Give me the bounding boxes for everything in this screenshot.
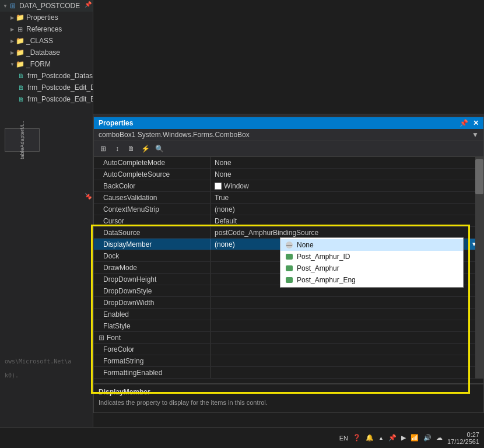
prop-row-enabled[interactable]: Enabled [94, 309, 483, 320]
tree-label: _CLASS [26, 37, 53, 45]
taskbar-signal-icon[interactable]: 📶 [411, 434, 419, 442]
prop-row-causesvalidation[interactable]: CausesValidation True [94, 192, 483, 204]
prop-value: Default [211, 217, 483, 225]
dropdown-item-label: Post_Amphur_ID [297, 253, 350, 261]
tree-item-database[interactable]: ▶ 📁 _Database [0, 47, 93, 58]
prop-name: DropDownStyle [94, 287, 211, 295]
prop-value: None [211, 159, 483, 167]
db-field-icon [286, 277, 293, 283]
properties-page-icon[interactable]: 🗎 [125, 143, 137, 155]
expand-icon: ▶ [9, 27, 15, 32]
dropdown-item-post-amphur-eng[interactable]: Post_Amphur_Eng [280, 274, 463, 286]
prop-name: DataSource [94, 229, 211, 237]
component-name: comboBox1 System.Windows.Forms.ComboBox [99, 131, 250, 139]
prop-name: CausesValidation [94, 194, 211, 202]
date: 17/12/2561 [447, 438, 479, 445]
close-properties-icon[interactable]: ✕ [473, 119, 479, 127]
events-icon[interactable]: ⚡ [139, 143, 151, 155]
lang-label: EN [339, 435, 348, 442]
properties-scrollbar[interactable] [475, 157, 483, 379]
prop-name: Dock [94, 252, 211, 260]
prop-row-formatstring[interactable]: FormatString [94, 355, 483, 367]
prop-row-backcolor[interactable]: BackColor Window [94, 180, 483, 192]
prop-row-datasource[interactable]: DataSource postCode_AmphurBindingSource [94, 227, 483, 239]
tree-item-file3[interactable]: 🗎 frm_Postcode_Edit_EF.cs [0, 93, 93, 105]
dropdown-item-post-amphur-id[interactable]: Post_Amphur_ID [280, 251, 463, 262]
file-icon: 🗎 [16, 94, 26, 104]
side-pin-area: 📌 [85, 192, 92, 199]
dropdown-item-none[interactable]: — None [280, 239, 463, 251]
tree-item-class[interactable]: ▶ 📁 _CLASS [0, 35, 93, 47]
taskbar-volume-icon[interactable]: 🔊 [423, 434, 432, 442]
folder-icon: 📁 [15, 13, 24, 22]
expand-icon: ▶ [9, 15, 15, 20]
dropdown-item-label: None [297, 241, 314, 249]
prop-value: None [211, 170, 483, 178]
alphabetical-icon[interactable]: ↕ [111, 143, 123, 155]
component-dropdown-arrow[interactable]: ▼ [472, 131, 479, 139]
taskbar-help-icon[interactable]: ❓ [353, 434, 361, 442]
prop-value: Window [211, 182, 483, 190]
prop-name: AutoCompleteSource [94, 170, 211, 178]
prop-value: True [211, 194, 483, 202]
tree-label: Properties [26, 13, 58, 22]
displaymember-dropdown: — None Post_Amphur_ID Post_Amphur Post_A… [280, 237, 464, 288]
tree-item-file1[interactable]: 🗎 frm_Postcode_Dataset.cs [0, 70, 93, 82]
prop-name: DropDownHeight [94, 275, 211, 284]
table-adapter-section: tableAdapterM... [5, 128, 88, 152]
left-sidebar: ▼ ⊞ DATA_POSTCODE ▶ 📁 Properties ▶ ⊞ Ref… [0, 0, 93, 427]
header-actions: 📌 ✕ [460, 119, 479, 127]
prop-name: Cursor [94, 217, 211, 225]
tree-item-properties[interactable]: ▶ 📁 Properties [0, 12, 93, 23]
prop-value: postCode_AmphurBindingSource [211, 229, 483, 237]
pin-icon[interactable]: 📌 [85, 1, 92, 8]
description-title: DisplayMember [99, 388, 479, 396]
tree-root[interactable]: ▼ ⊞ DATA_POSTCODE [0, 0, 93, 12]
prop-row-contextmenustrip[interactable]: ContextMenuStrip (none) [94, 204, 483, 215]
prop-name: AutoCompleteMode [94, 159, 211, 167]
taskbar-up-icon[interactable]: ▲ [378, 435, 384, 441]
taskbar-play-icon[interactable]: ▶ [401, 434, 406, 442]
tree-label: _Database [26, 48, 60, 57]
project-icon: ⊞ [8, 1, 17, 10]
font-expand-icon: ⊞ [99, 334, 104, 342]
taskbar-cloud-icon[interactable]: ☁ [436, 434, 443, 442]
pin-properties-icon[interactable]: 📌 [460, 119, 468, 127]
folder-icon: 📁 [15, 48, 24, 57]
tree-label: frm_Postcode_Edit_EF.cs [27, 95, 93, 103]
expand-icon: ▶ [9, 38, 15, 44]
prop-name: DrawMode [94, 264, 211, 272]
prop-row-autocompletesource[interactable]: AutoCompleteSource None [94, 169, 483, 180]
prop-row-dropdownwidth[interactable]: DropDownWidth [94, 297, 483, 309]
taskbar-notification-icon[interactable]: 🔔 [366, 434, 374, 442]
file-icon: 🗎 [16, 83, 26, 92]
prop-name: FlatStyle [94, 322, 211, 330]
prop-row-cursor[interactable]: Cursor Default [94, 215, 483, 227]
prop-row-formattingenabled[interactable]: FormattingEnabled [94, 367, 483, 379]
tree-item-form[interactable]: ▼ 📁 _FORM [0, 58, 93, 70]
prop-name: DropDownWidth [94, 299, 211, 307]
prop-name: ⊞Font [94, 334, 211, 342]
prop-row-autocompletemode[interactable]: AutoCompleteMode None [94, 157, 483, 169]
code-line1: ows\Microsoft.Net\a [5, 357, 88, 366]
prop-name: FormattingEnabled [94, 369, 211, 377]
prop-row-font[interactable]: ⊞Font [94, 332, 483, 344]
prop-name: DisplayMember [94, 240, 211, 249]
component-name-bar: comboBox1 System.Windows.Forms.ComboBox … [94, 129, 483, 141]
dropdown-item-post-amphur[interactable]: Post_Amphur [280, 262, 463, 274]
file-icon: 🗎 [16, 71, 26, 80]
taskbar-pin-icon[interactable]: 📌 [388, 434, 397, 442]
tree-label: References [26, 25, 62, 33]
prop-row-flatstyle[interactable]: FlatStyle [94, 320, 483, 332]
tree-root-label: DATA_POSTCODE [19, 2, 80, 10]
categorized-icon[interactable]: ⊞ [97, 143, 109, 155]
search-icon[interactable]: 🔍 [153, 143, 165, 155]
table-adapter-box: tableAdapterM... [5, 128, 40, 152]
tree-item-file2[interactable]: 🗎 frm_Postcode_Edit_Dataset.cs [0, 82, 93, 93]
scrollbar-thumb[interactable] [475, 159, 483, 194]
expand-icon: ▶ [9, 50, 15, 55]
prop-row-forecolor[interactable]: ForeColor [94, 344, 483, 355]
tree-item-references[interactable]: ▶ ⊞ References [0, 23, 93, 35]
pin-icon-vertical[interactable]: 📌 [85, 192, 92, 200]
folder-icon: 📁 [15, 36, 24, 46]
